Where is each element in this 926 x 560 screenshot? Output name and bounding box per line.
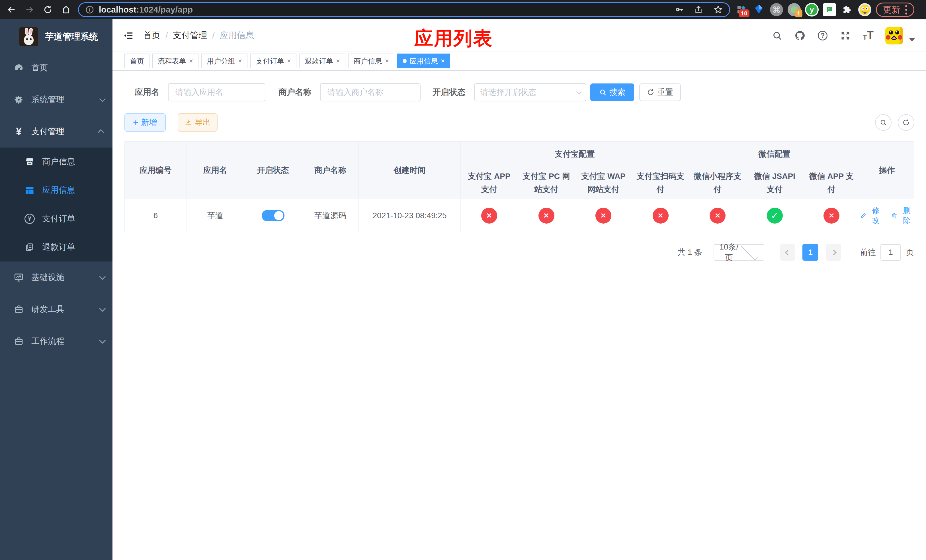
app-name-input[interactable]	[168, 83, 265, 101]
app-name-label: 应用名	[135, 86, 159, 98]
trash-icon	[891, 212, 898, 219]
chevron-left-icon	[785, 250, 790, 255]
merchant-name-input[interactable]	[320, 83, 421, 101]
font-size-icon[interactable]: TT	[862, 30, 874, 41]
browser-forward-icon[interactable]	[23, 3, 36, 17]
sidebar-item-home[interactable]: 首页	[0, 52, 112, 84]
next-page-button[interactable]	[826, 244, 841, 260]
search-icon[interactable]	[772, 30, 783, 41]
sidebar-item-label: 应用信息	[42, 185, 104, 196]
close-icon[interactable]: ×	[336, 58, 340, 64]
help-icon[interactable]: ?	[817, 30, 828, 41]
chevron-right-icon	[831, 250, 836, 255]
col-header-wechat-jsapi: 微信 JSAPI 支付	[746, 167, 803, 199]
status-select-placeholder: 请选择开启状态	[480, 87, 576, 98]
tab-pay-orders[interactable]: 支付订单×	[250, 53, 297, 68]
password-key-icon[interactable]	[674, 5, 684, 15]
goto-page-input[interactable]	[881, 244, 901, 260]
tab-home[interactable]: 首页	[124, 53, 150, 68]
url-text[interactable]: localhost:1024/pay/app	[99, 5, 674, 15]
close-icon[interactable]: ×	[287, 58, 291, 64]
close-icon[interactable]: ×	[385, 58, 389, 64]
cell-created: 2021-10-23 08:49:25	[359, 199, 461, 232]
user-avatar[interactable]	[885, 27, 903, 44]
toggle-search-button[interactable]	[875, 114, 891, 131]
search-icon	[879, 119, 887, 126]
sidebar-item-system[interactable]: 系统管理	[0, 84, 112, 116]
tab-merchant-info[interactable]: 商户信息×	[348, 53, 394, 68]
close-icon[interactable]: ×	[441, 58, 445, 64]
grid-table-icon	[24, 185, 35, 196]
channel-wechat-jsapi-status[interactable]: ✓	[767, 207, 783, 224]
chevron-down-icon	[99, 274, 106, 280]
delete-link[interactable]: 删除	[891, 206, 914, 226]
page-size-select[interactable]: 10条/页	[714, 244, 764, 260]
download-icon	[185, 119, 192, 126]
close-icon[interactable]: ×	[238, 58, 242, 64]
profile-avatar-icon[interactable]	[858, 3, 872, 17]
sidebar-item-dev-tools[interactable]: 研发工具	[0, 294, 112, 325]
edit-link[interactable]: 修改	[860, 206, 883, 226]
browser-reload-icon[interactable]	[41, 3, 54, 17]
extension-recorder-icon[interactable]: 1	[787, 3, 801, 17]
channel-wechat-app-status[interactable]: ×	[823, 207, 840, 224]
add-button[interactable]: + 新增	[124, 114, 166, 132]
github-icon[interactable]	[794, 30, 805, 41]
extension-y-icon[interactable]: y	[805, 3, 819, 17]
channel-alipay-qr-status[interactable]: ×	[653, 207, 669, 224]
col-header-app-id: 应用编号	[125, 142, 187, 199]
sidebar-item-refund-orders[interactable]: 退款订单	[0, 233, 112, 262]
browser-home-icon[interactable]	[59, 3, 73, 17]
refresh-table-button[interactable]	[898, 114, 914, 131]
merchant-name-label: 商户名称	[278, 86, 312, 98]
sidebar-item-label: 支付订单	[42, 213, 104, 224]
address-bar[interactable]: localhost:1024/pay/app	[78, 2, 730, 17]
page-number-button[interactable]: 1	[802, 244, 819, 260]
browser-back-icon[interactable]	[5, 3, 18, 17]
channel-alipay-pc-status[interactable]: ×	[539, 207, 554, 224]
sidebar-item-merchant-info[interactable]: 商户信息	[0, 148, 112, 176]
tab-process-form[interactable]: 流程表单×	[152, 53, 198, 68]
browser-menu-icon[interactable]	[905, 5, 907, 15]
reset-button[interactable]: 重置	[639, 83, 681, 101]
user-menu-caret-icon[interactable]	[909, 38, 915, 42]
col-header-alipay-app: 支付宝 APP 支付	[461, 167, 518, 199]
channel-alipay-wap-status[interactable]: ×	[595, 207, 611, 224]
breadcrumb-home[interactable]: 首页	[143, 30, 160, 41]
sidebar-item-app-info[interactable]: 应用信息	[0, 176, 112, 204]
fullscreen-icon[interactable]	[840, 30, 851, 41]
extension-chat-icon[interactable]	[822, 3, 837, 17]
goto-label: 前往	[860, 247, 876, 258]
extension-badge: 1	[795, 9, 802, 17]
sidebar-item-pay-orders[interactable]: ¥ 支付订单	[0, 204, 112, 233]
sidebar-item-infrastructure[interactable]: 基础设施	[0, 262, 112, 294]
extension-grid-icon[interactable]: 10	[734, 3, 748, 17]
close-icon[interactable]: ×	[189, 58, 193, 64]
channel-alipay-app-status[interactable]: ×	[481, 207, 497, 224]
search-button[interactable]: 搜索	[590, 83, 634, 101]
export-button[interactable]: 导出	[178, 114, 218, 132]
extensions-puzzle-icon[interactable]	[840, 3, 854, 17]
col-header-merchant: 商户名称	[302, 142, 359, 199]
app-logo-row[interactable]: 芋道管理系统	[0, 20, 112, 52]
monitor-icon	[13, 272, 24, 283]
sidebar-item-workflow[interactable]: 工作流程	[0, 325, 112, 357]
tab-user-group[interactable]: 用户分组×	[201, 53, 247, 68]
tab-refund-orders[interactable]: 退款订单×	[299, 53, 345, 68]
sidebar-item-label: 支付管理	[31, 126, 99, 137]
extension-command-icon[interactable]: ⌘	[769, 3, 784, 17]
sidebar-collapse-icon[interactable]	[122, 29, 135, 42]
status-select[interactable]: 请选择开启状态	[474, 83, 586, 101]
site-info-icon[interactable]	[85, 5, 94, 14]
yen-circle-icon: ¥	[24, 213, 35, 224]
status-toggle[interactable]	[262, 210, 284, 221]
browser-update-button[interactable]: 更新	[876, 3, 914, 17]
share-icon[interactable]	[694, 5, 703, 14]
sidebar-item-payment[interactable]: ¥ 支付管理	[0, 116, 112, 148]
extension-kite-icon[interactable]	[752, 3, 766, 17]
channel-wechat-mini-status[interactable]: ×	[710, 207, 726, 224]
prev-page-button[interactable]	[780, 244, 795, 260]
tab-app-info[interactable]: 应用信息×	[397, 53, 450, 68]
breadcrumb-payment[interactable]: 支付管理	[173, 30, 207, 41]
bookmark-star-icon[interactable]	[713, 5, 723, 15]
